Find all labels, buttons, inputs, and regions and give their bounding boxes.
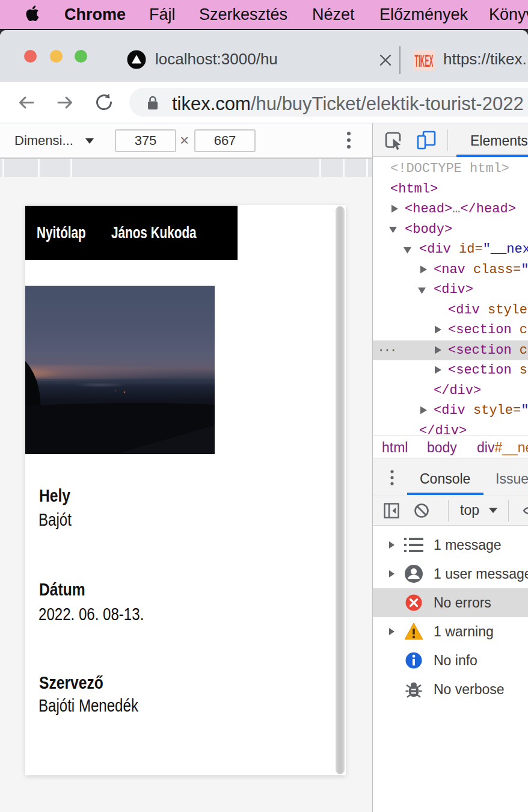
svg-text:TIKEX: TIKEX: [415, 51, 434, 70]
